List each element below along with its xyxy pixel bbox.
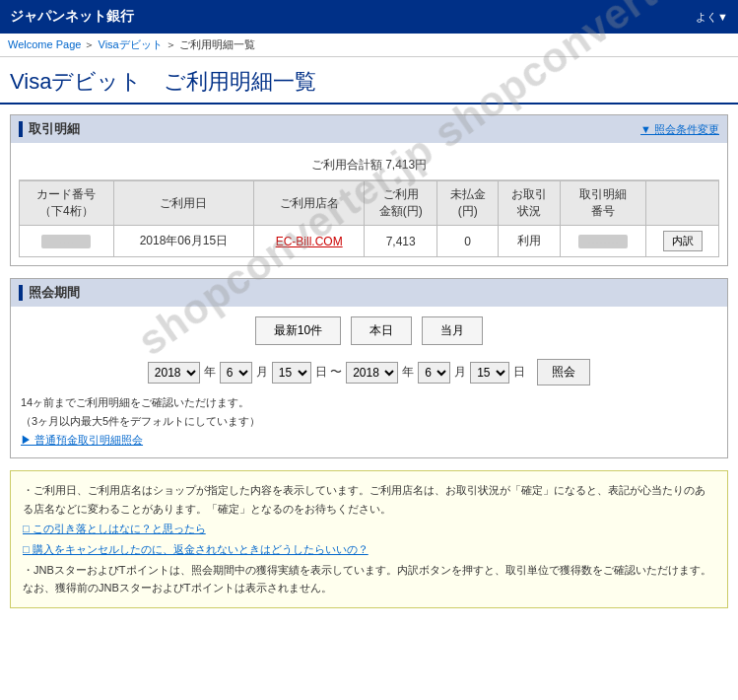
cell-transaction-number: --------	[560, 226, 645, 257]
transactions-section-header: 取引明細 ▼ 照会条件変更	[11, 115, 727, 143]
main-content: 取引明細 ▼ 照会条件変更 ご利用合計額 7,413円 カード番号（下4桁） ご…	[0, 114, 738, 608]
today-button[interactable]: 本日	[351, 316, 412, 345]
transactions-table: カード番号（下4桁） ご利用日 ご利用店名 ご利用金額(円) 未払金(円) お取…	[19, 180, 719, 257]
col-card-number: カード番号（下4桁）	[20, 181, 114, 226]
notice-text-2: （3ヶ月以内最大5件をデフォルトにしています）	[21, 414, 717, 429]
transactions-content: ご利用合計額 7,413円 カード番号（下4桁） ご利用日 ご利用店名 ご利用金…	[11, 143, 727, 265]
deposit-transactions-link[interactable]: ▶ 普通預金取引明細照会	[21, 434, 143, 446]
from-month-select[interactable]: 6	[220, 362, 252, 384]
breadcrumb-welcome[interactable]: Welcome Page	[8, 38, 81, 50]
search-button[interactable]: 照会	[537, 359, 590, 385]
toggle-conditions-link[interactable]: ▼ 照会条件変更	[640, 122, 719, 137]
bank-logo: ジャパンネット銀行	[10, 8, 134, 26]
from-day-select[interactable]: 15	[272, 362, 311, 384]
from-year-select[interactable]: 2018	[148, 362, 200, 384]
header: ジャパンネット銀行 よく▼	[0, 0, 738, 34]
total-row: ご利用合計額 7,413円	[19, 151, 719, 180]
info-text-1: ・ご利用日、ご利用店名はショップが指定した内容を表示しています。ご利用店名は、お…	[23, 481, 715, 518]
col-amount: ご利用金額(円)	[365, 181, 437, 226]
total-amount: 7,413円	[385, 158, 427, 172]
table-row: ---- 2018年06月15日 EC-Bill.COM 7,413 0 利用 …	[20, 226, 719, 257]
notice-text-1: 14ヶ前までご利用明細をご確認いただけます。	[21, 395, 717, 410]
col-unpaid: 未払金(円)	[436, 181, 498, 226]
this-month-button[interactable]: 当月	[422, 316, 483, 345]
header-menu[interactable]: よく▼	[696, 10, 728, 25]
table-header-row: カード番号（下4桁） ご利用日 ご利用店名 ご利用金額(円) 未払金(円) お取…	[20, 181, 719, 226]
page-title: Visaデビット ご利用明細一覧	[10, 67, 728, 97]
info-box: ・ご利用日、ご利用店名はショップが指定した内容を表示しています。ご利用店名は、お…	[10, 470, 728, 608]
date-form: 2018 年 6 月 15 日 〜 2018 年 6 月	[21, 359, 717, 385]
info-link-1[interactable]: □ この引き落としはなに？と思ったら	[23, 520, 715, 538]
breadcrumb-current: ご利用明細一覧	[179, 38, 255, 50]
col-store-name: ご利用店名	[253, 181, 364, 226]
header-bar-icon	[19, 121, 23, 137]
col-status: お取引状況	[499, 181, 560, 226]
period-content: 最新10件 本日 当月 2018 年 6 月 15 日 〜 2018	[11, 307, 727, 457]
col-use-date: ご利用日	[113, 181, 253, 226]
transactions-section: 取引明細 ▼ 照会条件変更 ご利用合計額 7,413円 カード番号（下4桁） ご…	[10, 114, 728, 266]
cell-detail-btn: 内訳	[646, 226, 719, 257]
info-link-2[interactable]: □ 購入をキャンセルしたのに、返金されないときはどうしたらいいの？	[23, 540, 715, 559]
period-buttons: 最新10件 本日 当月	[21, 316, 717, 345]
period-section: 照会期間 最新10件 本日 当月 2018 年 6 月 15	[10, 278, 728, 458]
col-transaction-number: 取引明細番号	[560, 181, 645, 226]
period-header-bar-icon	[19, 285, 23, 301]
cell-amount: 7,413	[365, 226, 437, 257]
cell-use-date: 2018年06月15日	[113, 226, 253, 257]
latest-10-button[interactable]: 最新10件	[255, 316, 341, 345]
breadcrumb-visa[interactable]: Visaデビット	[99, 38, 163, 50]
transactions-header-label: 取引明細	[29, 120, 80, 138]
cell-status: 利用	[499, 226, 560, 257]
period-header-label: 照会期間	[29, 284, 80, 302]
info-text-2: ・JNBスターおよびTポイントは、照会期間中の獲得実績を表示しています。内訳ボタ…	[23, 561, 715, 597]
col-action	[646, 181, 719, 226]
period-section-header: 照会期間	[11, 279, 727, 307]
breadcrumb: Welcome Page ＞ Visaデビット ＞ ご利用明細一覧	[0, 34, 738, 57]
cell-store-name: EC-Bill.COM	[253, 226, 364, 257]
total-label: ご利用合計額	[311, 158, 382, 172]
cell-card-number: ----	[20, 226, 114, 257]
detail-button[interactable]: 内訳	[663, 231, 703, 251]
to-day-select[interactable]: 15	[470, 362, 509, 384]
page-title-area: Visaデビット ご利用明細一覧	[0, 57, 738, 105]
to-year-select[interactable]: 2018	[346, 362, 398, 384]
store-name-link[interactable]: EC-Bill.COM	[276, 235, 343, 248]
cell-unpaid: 0	[436, 226, 498, 257]
to-month-select[interactable]: 6	[418, 362, 450, 384]
